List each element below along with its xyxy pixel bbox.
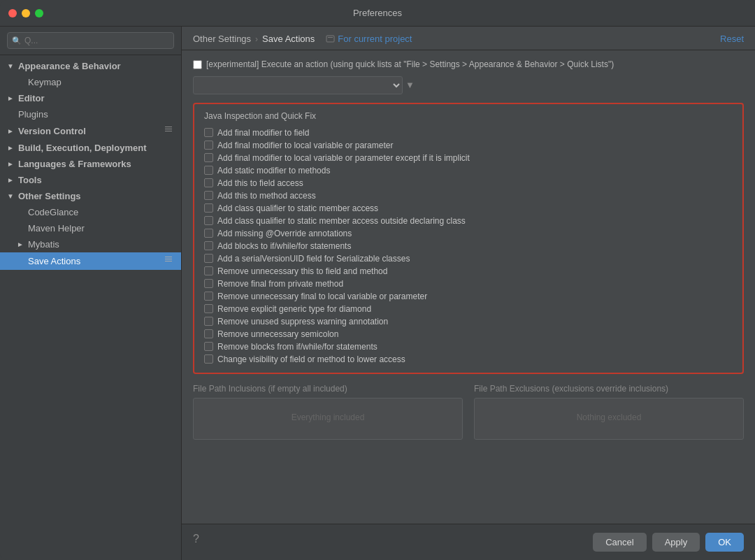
checkbox-row-add-static-modifier[interactable]: Add static modifier to methods	[204, 164, 733, 177]
exclusions-list[interactable]: Nothing excluded	[474, 398, 744, 440]
checkbox-row-add-final-local[interactable]: Add final modifier to local variable or …	[204, 139, 733, 152]
file-path-section: File Path Inclusions (if empty all inclu…	[193, 384, 744, 440]
search-input[interactable]	[7, 32, 174, 49]
experimental-row: [experimental] Execute an action (using …	[193, 59, 744, 71]
checkbox-add-final-local[interactable]	[204, 141, 213, 150]
sidebar-item-build[interactable]: ► Build, Execution, Deployment	[0, 140, 181, 156]
checkbox-remove-blocks[interactable]	[204, 342, 213, 351]
checkbox-row-add-final-field[interactable]: Add final modifier to field	[204, 127, 733, 139]
checkbox-change-visibility[interactable]	[204, 354, 213, 364]
breadcrumb-other-settings[interactable]: Other Settings	[193, 34, 251, 44]
sidebar-item-codeglance[interactable]: CodeGlance	[0, 204, 181, 220]
sidebar-item-maven-helper[interactable]: Maven Helper	[0, 220, 181, 236]
sidebar-item-languages[interactable]: ► Languages & Frameworks	[0, 156, 181, 172]
sidebar-item-label: CodeGlance	[28, 207, 78, 217]
svg-rect-0	[165, 127, 172, 127]
checkbox-add-serial[interactable]	[204, 254, 213, 263]
breadcrumb-separator: ›	[255, 34, 258, 44]
checkbox-label-add-final-local: Add final modifier to local variable or …	[217, 141, 393, 150]
checkbox-add-class-qualifier[interactable]	[204, 203, 213, 213]
checkbox-row-remove-generic[interactable]: Remove explicit generic type for diamond	[204, 303, 733, 315]
dropdown-arrow-icon: ▼	[405, 80, 415, 90]
checkbox-row-add-class-qualifier-outside[interactable]: Add class qualifier to static member acc…	[204, 215, 733, 227]
sidebar-item-label: Tools	[18, 175, 42, 185]
sidebar-item-tools[interactable]: ► Tools	[0, 172, 181, 188]
checkbox-row-remove-blocks[interactable]: Remove blocks from if/while/for statemen…	[204, 340, 733, 353]
reset-button[interactable]: Reset	[720, 34, 744, 44]
checkbox-row-add-this-method[interactable]: Add this to method access	[204, 189, 733, 202]
checkbox-label-add-final-local-except: Add final modifier to local variable or …	[217, 153, 470, 163]
checkbox-row-add-blocks[interactable]: Add blocks to if/while/for statements	[204, 240, 733, 252]
checkbox-label-add-this-field: Add this to field access	[217, 178, 303, 188]
chevron-down-icon: ▼	[7, 62, 15, 70]
svg-rect-2	[165, 131, 172, 131]
inclusions-label: File Path Inclusions (if empty all inclu…	[193, 384, 463, 394]
checkbox-add-static-modifier[interactable]	[204, 166, 213, 175]
sidebar-item-mybatis[interactable]: ► Mybatis	[0, 236, 181, 252]
breadcrumb-save-actions: Save Actions	[262, 34, 315, 44]
checkbox-label-add-this-method: Add this to method access	[217, 191, 316, 201]
checkbox-label-add-final-field: Add final modifier to field	[217, 128, 309, 138]
preferences-window: Preferences 🔍 ▼ Appearance & Behavior	[0, 0, 755, 560]
content-area: 🔍 ▼ Appearance & Behavior Keymap ►	[0, 27, 755, 560]
help-icon[interactable]: ?	[193, 533, 199, 552]
sidebar-item-keymap[interactable]: Keymap	[0, 74, 181, 90]
sidebar-item-label: Save Actions	[28, 256, 80, 266]
checkbox-remove-this[interactable]	[204, 266, 213, 275]
checkbox-row-add-class-qualifier[interactable]: Add class qualifier to static member acc…	[204, 202, 733, 215]
checkbox-add-blocks[interactable]	[204, 241, 213, 250]
checkbox-label-add-class-qualifier: Add class qualifier to static member acc…	[217, 203, 378, 213]
checkbox-add-this-method[interactable]	[204, 191, 213, 200]
sidebar-item-label: Editor	[18, 93, 45, 103]
checkbox-row-add-final-local-except[interactable]: Add final modifier to local variable or …	[204, 152, 733, 164]
sidebar-item-version-control[interactable]: ► Version Control	[0, 122, 181, 140]
search-box: 🔍	[0, 27, 181, 55]
checkbox-label-remove-generic: Remove explicit generic type for diamond	[217, 304, 371, 314]
checkbox-row-add-this-field[interactable]: Add this to field access	[204, 177, 733, 189]
file-path-inclusions-col: File Path Inclusions (if empty all inclu…	[193, 384, 463, 440]
checkbox-row-add-override[interactable]: Add missing @Override annotations	[204, 227, 733, 240]
minimize-button[interactable]	[22, 9, 30, 17]
checkbox-remove-suppress[interactable]	[204, 317, 213, 326]
close-button[interactable]	[8, 9, 17, 17]
sidebar-item-label: Appearance & Behavior	[18, 61, 121, 71]
inclusions-list[interactable]: Everything included	[193, 398, 463, 440]
quick-list-select[interactable]	[193, 76, 403, 94]
checkbox-row-remove-this[interactable]: Remove unnecessary this to field and met…	[204, 265, 733, 278]
ok-button[interactable]: OK	[705, 533, 744, 552]
checkbox-remove-semicolon[interactable]	[204, 329, 213, 338]
checkbox-row-remove-suppress[interactable]: Remove unused suppress warning annotatio…	[204, 315, 733, 328]
checkbox-add-override[interactable]	[204, 229, 213, 238]
sidebar-item-save-actions[interactable]: Save Actions	[0, 252, 181, 270]
checkbox-add-this-field[interactable]	[204, 178, 213, 187]
for-current-project-link[interactable]: For current project	[338, 34, 412, 44]
sidebar-item-label: Mybatis	[28, 239, 59, 250]
sidebar-item-appearance[interactable]: ▼ Appearance & Behavior	[0, 58, 181, 74]
exclusions-label: File Path Exclusions (exclusions overrid…	[474, 384, 744, 394]
checkbox-label-change-visibility: Change visibility of field or method to …	[217, 354, 405, 364]
apply-button[interactable]: Apply	[652, 533, 700, 552]
checkbox-add-final-field[interactable]	[204, 128, 213, 137]
checkbox-row-remove-semicolon[interactable]: Remove unnecessary semicolon	[204, 328, 733, 340]
checkbox-label-remove-semicolon: Remove unnecessary semicolon	[217, 329, 338, 339]
checkbox-remove-generic[interactable]	[204, 304, 213, 313]
checkbox-label-add-blocks: Add blocks to if/while/for statements	[217, 241, 351, 251]
experimental-checkbox[interactable]	[193, 60, 202, 69]
checkbox-remove-final-local[interactable]	[204, 292, 213, 301]
sidebar-item-other-settings[interactable]: ▼ Other Settings	[0, 188, 181, 204]
sidebar-item-plugins[interactable]: Plugins	[0, 106, 181, 122]
checkbox-add-final-local-except[interactable]	[204, 153, 213, 162]
sidebar: 🔍 ▼ Appearance & Behavior Keymap ►	[0, 27, 182, 560]
maximize-button[interactable]	[35, 9, 43, 17]
checkbox-add-class-qualifier-outside[interactable]	[204, 216, 213, 225]
checkbox-row-remove-final-private[interactable]: Remove final from private method	[204, 278, 733, 290]
sidebar-item-editor[interactable]: ► Editor	[0, 90, 181, 106]
checkbox-row-change-visibility[interactable]: Change visibility of field or method to …	[204, 353, 733, 366]
file-path-exclusions-col: File Path Exclusions (exclusions overrid…	[474, 384, 744, 440]
checkbox-remove-final-private[interactable]	[204, 279, 213, 288]
checkbox-row-add-serial[interactable]: Add a serialVersionUID field for Seriali…	[204, 252, 733, 265]
checkbox-row-remove-final-local[interactable]: Remove unnecessary final to local variab…	[204, 290, 733, 303]
sidebar-nav: ▼ Appearance & Behavior Keymap ► Editor …	[0, 55, 181, 560]
cancel-button[interactable]: Cancel	[593, 533, 646, 552]
checkbox-label-remove-final-private: Remove final from private method	[217, 279, 343, 289]
